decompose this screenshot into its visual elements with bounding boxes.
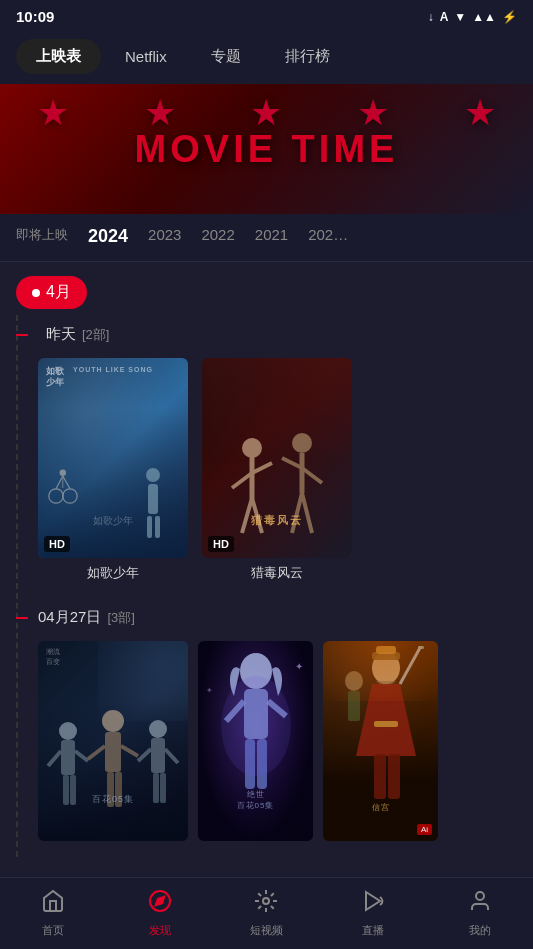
- svg-line-33: [165, 749, 178, 763]
- nav-shortvideo-label: 短视频: [250, 923, 283, 938]
- svg-line-9: [252, 463, 272, 473]
- svg-line-15: [302, 468, 322, 483]
- hero-stars: ★ ★ ★ ★ ★: [0, 84, 533, 134]
- yesterday-section: 昨天 [2部] YOUTH LIKE SONG: [26, 315, 533, 592]
- month-dot: [32, 289, 40, 297]
- yesterday-title: 昨天: [46, 325, 76, 344]
- movie-liedu-poster: 猎毒风云 HD: [202, 358, 352, 558]
- home-icon: [41, 889, 65, 919]
- battery-icon: ⚡: [502, 10, 517, 24]
- movie-liedu[interactable]: 猎毒风云 HD 猎毒风云: [202, 358, 352, 582]
- nav-shortvideo[interactable]: 短视频: [213, 889, 320, 938]
- live-icon: [361, 889, 385, 919]
- movie-apr27-1-poster: 潮流百变 百花05集: [38, 641, 188, 841]
- tab-ranklist[interactable]: 排行榜: [265, 39, 350, 74]
- year-tab-more[interactable]: 202…: [308, 226, 348, 249]
- svg-line-2: [56, 476, 63, 489]
- svg-rect-19: [61, 740, 75, 775]
- hero-title: MOVIE TIME: [135, 128, 399, 171]
- svg-marker-56: [366, 892, 380, 910]
- movie-apr27-2[interactable]: 绝世百花05集 ✦ ✦: [198, 641, 313, 847]
- month-label: 4月: [46, 282, 71, 303]
- year-tab-2021[interactable]: 2021: [255, 226, 288, 249]
- svg-line-8: [232, 473, 252, 488]
- svg-line-27: [121, 746, 138, 756]
- svg-rect-46: [374, 721, 398, 727]
- movie-ruge[interactable]: YOUTH LIKE SONG: [38, 358, 188, 582]
- movie-apr27-3[interactable]: 信宫 Ai: [323, 641, 438, 847]
- svg-line-20: [48, 751, 61, 766]
- movie-apr27-1[interactable]: 潮流百变 百花05集: [38, 641, 188, 847]
- year-tab-soon[interactable]: 即将上映: [16, 226, 68, 249]
- movie-ruge-title: 如歌少年: [38, 564, 188, 582]
- tab-navigation: 上映表 Netflix 专题 排行榜: [0, 29, 533, 84]
- month-badge: 4月: [16, 276, 87, 309]
- yesterday-movies: YOUTH LIKE SONG: [38, 358, 533, 582]
- svg-point-1: [63, 489, 77, 503]
- shortvideo-icon: [254, 889, 278, 919]
- status-icons: ↓ A ▼ ▲▲ ⚡: [428, 10, 517, 24]
- year-tab-2022[interactable]: 2022: [201, 226, 234, 249]
- movie-liedu-title: 猎毒风云: [202, 564, 352, 582]
- year-tab-2024[interactable]: 2024: [88, 226, 128, 249]
- star-5: ★: [464, 92, 496, 134]
- svg-marker-54: [156, 897, 164, 905]
- year-tab-2023[interactable]: 2023: [148, 226, 181, 249]
- discover-icon: [148, 889, 172, 919]
- svg-line-32: [138, 749, 151, 761]
- svg-point-6: [242, 438, 262, 458]
- svg-point-0: [49, 489, 63, 503]
- svg-rect-31: [151, 738, 165, 773]
- status-bar: 10:09 ↓ A ▼ ▲▲ ⚡: [0, 0, 533, 29]
- movie-liedu-hd-badge: HD: [208, 536, 234, 552]
- nav-profile[interactable]: 我的: [426, 889, 533, 938]
- movie-apr27-2-poster: 绝世百花05集 ✦ ✦: [198, 641, 313, 841]
- movie-ruge-poster: YOUTH LIKE SONG: [38, 358, 188, 558]
- nav-live-label: 直播: [362, 923, 384, 938]
- tab-zhuanti[interactable]: 专题: [191, 39, 261, 74]
- tab-shangying[interactable]: 上映表: [16, 39, 101, 74]
- profile-icon: [468, 889, 492, 919]
- svg-point-18: [59, 722, 77, 740]
- svg-point-24: [102, 710, 124, 732]
- ai-badge: Ai: [417, 824, 432, 835]
- nav-discover-label: 发现: [149, 923, 171, 938]
- svg-point-42: [221, 676, 291, 776]
- nav-profile-label: 我的: [469, 923, 491, 938]
- apr27-movies: 潮流百变 百花05集: [38, 641, 533, 847]
- svg-point-57: [476, 892, 484, 900]
- nav-home[interactable]: 首页: [0, 889, 107, 938]
- tab-netflix[interactable]: Netflix: [105, 40, 187, 73]
- svg-point-5: [60, 470, 66, 476]
- nav-discover[interactable]: 发现: [107, 889, 214, 938]
- year-tabs: 即将上映 2024 2023 2022 2021 202…: [0, 214, 533, 262]
- movie-ruge-hd-badge: HD: [44, 536, 70, 552]
- apr27-section: 04月27日 [3部]: [26, 592, 533, 857]
- download-icon: ↓: [428, 10, 434, 24]
- svg-point-55: [263, 898, 269, 904]
- svg-rect-25: [105, 732, 121, 772]
- svg-line-26: [88, 746, 105, 759]
- signal-icon: ▲▲: [472, 10, 496, 24]
- svg-point-30: [149, 720, 167, 738]
- apr27-count: [3部]: [107, 609, 134, 627]
- status-time: 10:09: [16, 8, 54, 25]
- font-icon: A: [440, 10, 449, 24]
- content-area: 4月 昨天 [2部] YOUTH LIKE SONG: [0, 262, 533, 937]
- svg-rect-48: [388, 754, 400, 799]
- svg-line-14: [282, 458, 302, 468]
- apr27-title: 04月27日: [38, 608, 101, 627]
- bottom-navigation: 首页 发现 短视频 直播: [0, 877, 533, 949]
- svg-point-12: [292, 433, 312, 453]
- movie-apr27-3-poster: 信宫 Ai: [323, 641, 438, 841]
- svg-rect-47: [374, 754, 386, 799]
- svg-line-21: [75, 751, 88, 761]
- star-1: ★: [37, 92, 69, 134]
- svg-line-3: [63, 476, 70, 489]
- nav-live[interactable]: 直播: [320, 889, 427, 938]
- hero-banner: ★ ★ ★ ★ ★ MOVIE TIME: [0, 84, 533, 214]
- yesterday-count: [2部]: [82, 326, 109, 344]
- nav-home-label: 首页: [42, 923, 64, 938]
- wifi-icon: ▼: [454, 10, 466, 24]
